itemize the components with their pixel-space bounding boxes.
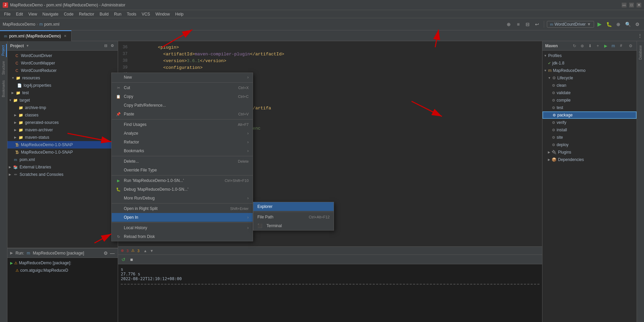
menu-vcs[interactable]: VCS [139,11,153,17]
run-config-selector[interactable]: m WordCountDriver ▼ [547,21,594,28]
menu-edit[interactable]: Edit [13,11,26,17]
editor-options-button[interactable]: ⋮ [636,32,644,40]
ctx-item-paste[interactable]: 📌 Paste Ctrl+V [112,110,253,118]
ctx-item-reload[interactable]: ↻ Reload from Disk [112,232,253,241]
add-config-button[interactable]: ⊕ [505,20,513,28]
tree-item-test[interactable]: ▶ 📁 test [7,89,118,97]
maven-settings-button[interactable]: ⚙ [627,43,634,49]
menu-code[interactable]: Code [61,11,76,17]
ctx-item-copypath[interactable]: Copy Path/Reference... [112,101,253,110]
menu-run[interactable]: Run [111,11,124,17]
ctx-item-cut[interactable]: ✂ Cut Ctrl+X [112,83,253,92]
project-sidebar-tab[interactable]: Project [0,44,7,57]
search-button[interactable]: 🔍 [624,20,632,28]
ctx-item-localhistory[interactable]: Local History › [112,223,253,232]
nav-up-button[interactable]: ▲ [143,249,147,253]
maven-run-button[interactable]: ▶ [602,43,609,49]
ctx-item-findusages[interactable]: Find Usages Alt+F7 [112,120,253,129]
breadcrumb-project[interactable]: MapReduceDemo [3,22,35,27]
tree-item-generated-sources[interactable]: ▶ 📁 generated-sources [7,119,118,126]
tree-item-jar-selected[interactable]: 🗜 MapReduceDemo-1.0-SNAP [7,141,118,149]
maven-refresh-button[interactable]: ↻ [571,43,578,49]
ctx-item-openrightsplit[interactable]: Open in Right Split Shift+Enter [112,204,253,213]
menu-navigate[interactable]: Navigate [40,11,61,17]
maven-item-lifecycle[interactable]: ▼ ⚙ Lifecycle [542,74,637,82]
run-tree-item-sub[interactable]: ⚠ com.atguigu:MapReduceD [7,267,118,274]
run-with-coverage-button[interactable]: ⊕ [614,20,622,28]
nav-down-button[interactable]: ▼ [150,249,153,253]
menu-help[interactable]: Help [172,11,186,17]
ctx-item-new[interactable]: New › [112,73,253,82]
ctx-item-bookmarks[interactable]: Bookmarks › [112,146,253,155]
project-dropdown-icon[interactable]: ▼ [26,44,29,48]
tree-item-resources[interactable]: ▼ 📁 resources [7,74,118,82]
menu-window[interactable]: Window [153,11,173,17]
tree-item-wordcountreducer[interactable]: C WordCountReducer [7,67,118,74]
maven-item-profiles[interactable]: ▼ Profiles [542,52,637,59]
menu-file[interactable]: File [1,11,13,17]
tree-item-pom-xml[interactable]: ▶ m pom.xml [7,156,118,163]
maximize-button[interactable]: □ [629,3,634,7]
run-panel-settings-button[interactable]: ⚙ [103,250,108,256]
tree-item-maven-status[interactable]: ▶ 📁 maven-status [7,134,118,141]
debug-button[interactable]: 🐛 [605,20,613,28]
maven-download2-button[interactable]: ⬇ [587,43,593,49]
run-restart-button[interactable]: ↺ [121,257,126,262]
maven-item-clean[interactable]: ⚙ clean [542,82,637,89]
menu-build[interactable]: Build [97,11,111,17]
run-button[interactable]: ▶ [595,20,604,28]
sub-ctx-item-filepath[interactable]: File Path Ctrl+Alt+F12 [253,213,334,221]
run-panel-close-button[interactable]: — [110,250,115,256]
tree-item-wordcountmapper[interactable]: C WordCountMapper [7,59,118,67]
tree-item-ext-libs[interactable]: ▶ 📚 External Libraries [7,163,118,171]
tab-pom-xml[interactable]: m pom.xml (MapReduceDemo) ✕ [0,30,72,41]
close-button[interactable]: ✕ [637,3,641,7]
maven-item-deploy[interactable]: ⚙ deploy [542,141,637,149]
ctx-item-refactor[interactable]: Refactor › [112,138,253,146]
maven-hash-button[interactable]: ＃ [618,43,624,49]
ctx-item-morerundebug[interactable]: More Run/Debug › [112,194,253,203]
project-collapse-all-button[interactable]: ⊟ [103,43,108,49]
split-button[interactable]: ⊟ [524,20,532,28]
project-settings-button[interactable]: ⚙ [110,43,115,49]
tree-item-target[interactable]: ▼ 📁 target [7,97,118,104]
tree-item-wordcountdriver[interactable]: C WordCountDriver [7,52,118,59]
maven-m-button[interactable]: m [610,43,617,49]
sub-ctx-item-terminal[interactable]: ⬛ Terminal [253,221,334,230]
maven-item-compile[interactable]: ⚙ compile [542,97,637,104]
ctx-item-copy[interactable]: 📋 Copy Ctrl+C [112,92,253,101]
tree-item-archive-tmp[interactable]: ▶ 📁 archive-tmp [7,104,118,111]
maven-item-validate[interactable]: ⚙ validate [542,89,637,97]
rollback-button[interactable]: ↩ [533,20,541,28]
tree-item-scratches[interactable]: ▶ ✏ Scratches and Consoles [7,171,118,178]
tree-item-classes[interactable]: ▶ 📁 classes [7,111,118,119]
ctx-item-analyze[interactable]: Analyze › [112,129,253,138]
structure-sidebar-tab[interactable]: Structure [1,60,6,76]
menu-tools[interactable]: Tools [124,11,139,17]
ctx-item-debug[interactable]: 🐛 Debug 'MapReduceDemo-1.0-SN...' [112,185,253,194]
database-sidebar-tab[interactable]: Database [638,43,643,62]
sub-ctx-item-explorer[interactable]: Explorer [253,202,334,211]
maven-item-install[interactable]: ⚙ install [542,126,637,134]
maven-item-project[interactable]: ▼ m MapReduceDemo [542,67,637,74]
tree-item-log4j[interactable]: 📄 log4j.properties [7,82,118,89]
menu-view[interactable]: View [26,11,40,17]
bookmarks-sidebar-tab[interactable]: Bookmarks [1,79,6,99]
tree-item-maven-archiver[interactable]: ▶ 📁 maven-archiver [7,126,118,134]
maven-item-plugins[interactable]: ▶ 🔌 Plugins [542,149,637,156]
run-stop-button[interactable]: ■ [129,257,134,262]
ctx-item-overridefiletype[interactable]: Override File Type [112,166,253,175]
ctx-item-openin[interactable]: Open In › [112,213,253,222]
list-configs-button[interactable]: ≡ [514,20,522,28]
maven-item-jdk[interactable]: ✔ jdk-1.8 [542,59,637,67]
minimize-button[interactable]: — [622,3,626,7]
maven-download-button[interactable]: ⊕ [579,43,586,49]
tree-item-jar-2[interactable]: 🗜 MapReduceDemo-1.0-SNAP [7,149,118,156]
maven-item-package[interactable]: ⚙ package [542,111,637,119]
tab-close-button[interactable]: ✕ [63,33,67,38]
maven-item-dependencies[interactable]: ▶ 📦 Dependencies [542,156,637,163]
ctx-item-run[interactable]: ▶ Run 'MapReduceDemo-1.0-SN...' Ctrl+Shi… [112,176,253,185]
ctx-item-delete[interactable]: Delete... Delete [112,157,253,166]
maven-item-test[interactable]: ⚙ test [542,104,637,111]
maven-item-verify[interactable]: ⚙ verify [542,119,637,126]
